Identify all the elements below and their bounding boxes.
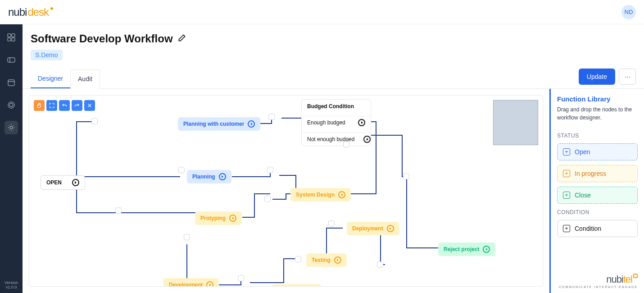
plus-icon: +	[563, 170, 570, 177]
play-icon	[229, 215, 236, 222]
undo-icon	[61, 102, 68, 109]
play-icon	[338, 191, 345, 198]
version-info: Version v1.0.0	[5, 280, 18, 289]
play-icon	[72, 179, 79, 186]
brand-logo: nubidesk	[8, 6, 53, 18]
svg-rect-3	[12, 38, 15, 41]
library-item-open[interactable]: + Open	[557, 143, 638, 160]
node-integration[interactable]: Integration	[272, 284, 321, 287]
node-label: System Design	[296, 192, 335, 198]
node-handle[interactable]	[403, 173, 409, 179]
x-icon	[86, 102, 93, 109]
tool-fullscreen[interactable]	[46, 100, 57, 111]
panel-description: Drag and drop the nodes to the workflow …	[557, 105, 638, 122]
condition-option-not-enough[interactable]: Not enough budged	[302, 133, 371, 146]
node-handle[interactable]	[115, 207, 122, 214]
nav-tickets[interactable]	[5, 53, 18, 67]
status-section-label: STATUS	[557, 133, 638, 139]
node-planning-customer[interactable]: Planning with customer	[178, 117, 260, 131]
node-handle[interactable]	[295, 256, 301, 262]
node-system-design[interactable]: System Design	[290, 188, 351, 201]
svg-rect-1	[12, 34, 15, 37]
node-development[interactable]: Development	[163, 278, 219, 287]
node-open[interactable]: OPEN	[41, 175, 85, 190]
svg-point-8	[8, 102, 14, 108]
play-icon	[363, 136, 371, 143]
node-label: Deployment	[352, 225, 383, 232]
fullscreen-icon	[49, 102, 55, 109]
plus-icon: +	[563, 192, 570, 199]
tabs: Designer Audit	[31, 69, 100, 88]
workspace: OPEN Planning with customer Budged Condi…	[23, 89, 644, 293]
node-handle[interactable]	[268, 114, 275, 120]
node-handle[interactable]	[91, 118, 98, 124]
tab-actions: Update ⋯	[579, 69, 636, 85]
redo-icon	[74, 102, 80, 109]
tool-delete[interactable]	[84, 100, 95, 111]
page-header: Software Develop Workflow S.Demo	[23, 24, 644, 60]
library-item-close[interactable]: + Close	[557, 187, 638, 204]
node-deployment[interactable]: Deployment	[347, 222, 399, 235]
node-handle[interactable]	[264, 196, 271, 202]
play-icon	[483, 246, 490, 253]
node-reject-project[interactable]: Reject project	[438, 243, 495, 256]
nav-dashboard[interactable]	[5, 31, 18, 44]
node-handle[interactable]	[343, 141, 349, 147]
library-item-condition[interactable]: + Condition	[557, 220, 638, 237]
node-label: Protyping	[200, 215, 226, 221]
edit-title-button[interactable]	[177, 33, 186, 44]
user-avatar[interactable]: ND	[621, 5, 636, 19]
node-label: OPEN	[46, 179, 62, 186]
node-protyping[interactable]: Protyping	[195, 211, 242, 225]
main-content: Software Develop Workflow S.Demo Designe…	[23, 24, 644, 293]
node-budged-condition[interactable]: Budged Condition Enough budged Not enoug…	[301, 99, 371, 146]
library-item-in-progress[interactable]: + In progress	[557, 165, 638, 182]
node-planning[interactable]: Planning	[187, 170, 231, 183]
node-handle[interactable]	[267, 167, 273, 173]
footer-logo: nubitel COMMUNICATE INTERACT ENGAGE	[559, 274, 638, 288]
node-handle[interactable]	[328, 220, 335, 227]
more-button[interactable]: ⋯	[619, 69, 636, 85]
panel-title: Function Library	[557, 95, 638, 103]
svg-rect-6	[8, 80, 14, 86]
play-icon	[334, 256, 341, 264]
node-label: Testing	[312, 257, 331, 263]
node-handle[interactable]	[377, 261, 383, 268]
circle-icon	[7, 101, 16, 110]
svg-rect-2	[8, 38, 11, 41]
page-title: Software Develop Workflow	[31, 32, 173, 45]
node-label: Development	[169, 282, 203, 287]
nav-settings[interactable]	[5, 121, 18, 134]
left-sidebar: Version v1.0.0	[0, 24, 23, 293]
condition-option-enough[interactable]: Enough budged	[302, 116, 371, 129]
node-handle[interactable]	[238, 275, 244, 281]
svg-point-10	[10, 126, 13, 129]
nav-calendar[interactable]	[5, 76, 18, 89]
workflow-badge[interactable]: S.Demo	[31, 50, 63, 60]
plus-icon: +	[563, 225, 570, 232]
function-library-panel: Function Library Drag and drop the nodes…	[549, 89, 644, 293]
svg-rect-0	[8, 34, 11, 37]
node-testing[interactable]: Testing	[306, 253, 347, 267]
calendar-icon	[7, 78, 16, 87]
top-bar: nubidesk ND	[0, 0, 644, 24]
hand-icon	[36, 102, 42, 109]
minimap[interactable]	[493, 100, 538, 145]
tool-undo[interactable]	[59, 100, 70, 111]
tool-redo[interactable]	[72, 100, 82, 111]
update-button[interactable]: Update	[579, 69, 615, 85]
plus-icon: +	[563, 148, 570, 156]
svg-point-9	[9, 103, 13, 107]
canvas-toolbar	[34, 100, 95, 111]
tool-hand[interactable]	[34, 100, 45, 111]
node-handle[interactable]	[184, 234, 190, 240]
nav-circle[interactable]	[5, 98, 18, 112]
gear-icon	[7, 123, 16, 132]
node-handle[interactable]	[178, 167, 185, 173]
node-label: Planning with customer	[183, 121, 244, 127]
node-label: Reject project	[444, 246, 479, 252]
designer-canvas[interactable]: OPEN Planning with customer Budged Condi…	[29, 95, 543, 287]
tab-audit[interactable]: Audit	[70, 69, 100, 89]
ellipsis-icon: ⋯	[625, 73, 630, 80]
tab-designer[interactable]: Designer	[31, 69, 70, 88]
